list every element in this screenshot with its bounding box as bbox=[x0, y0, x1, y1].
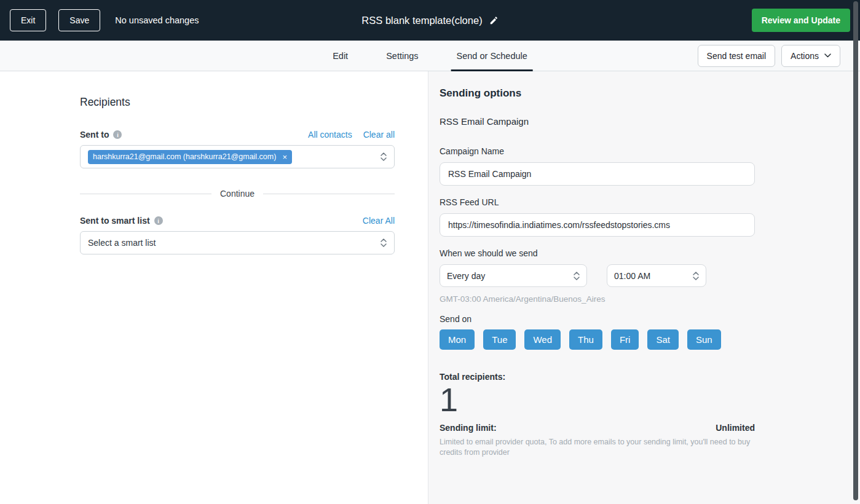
all-contacts-link[interactable]: All contacts bbox=[308, 130, 352, 140]
actions-button[interactable]: Actions bbox=[781, 45, 840, 67]
select-expand-icon bbox=[381, 238, 387, 248]
day-button-tue[interactable]: Tue bbox=[483, 329, 516, 350]
select-expand-icon bbox=[693, 271, 699, 281]
exit-button[interactable]: Exit bbox=[10, 9, 46, 31]
sent-to-label: Sent to bbox=[80, 130, 109, 140]
topbar-left-group: Exit Save No unsaved changes bbox=[10, 9, 199, 31]
review-and-update-button[interactable]: Review and Update bbox=[752, 9, 850, 32]
send-on-label: Send on bbox=[440, 314, 755, 324]
day-button-sat[interactable]: Sat bbox=[647, 329, 679, 350]
page-title-wrap: RSS blank template(clone) bbox=[361, 15, 498, 26]
page-title: RSS blank template(clone) bbox=[361, 15, 482, 26]
day-button-fri[interactable]: Fri bbox=[611, 329, 639, 350]
sending-limit-row: Sending limit: Unlimited bbox=[440, 423, 755, 433]
recipient-chip-label: harshkurra21@gmail.com (harshkurra21@gma… bbox=[93, 153, 276, 161]
select-expand-icon bbox=[381, 152, 387, 162]
smart-list-links: Clear All bbox=[363, 216, 395, 226]
smart-list-label-group: Sent to smart list i bbox=[80, 216, 163, 226]
when-send-label: When we should we send bbox=[440, 248, 755, 258]
save-button[interactable]: Save bbox=[58, 9, 100, 31]
main-content: Recipients Sent to i All contacts Clear … bbox=[0, 71, 860, 504]
tab-edit[interactable]: Edit bbox=[327, 41, 353, 71]
sending-limit-note: Limited to email provider quota, To add … bbox=[440, 437, 753, 458]
total-recipients-value: 1 bbox=[440, 382, 755, 418]
day-button-thu[interactable]: Thu bbox=[569, 329, 602, 350]
schedule-controls-row: Every day 01:00 AM bbox=[440, 264, 755, 287]
smart-list-label: Sent to smart list bbox=[80, 216, 150, 226]
send-time-value: 01:00 AM bbox=[614, 271, 650, 281]
continue-label: Continue bbox=[220, 189, 254, 199]
tab-bar: Edit Settings Send or Schedule Send test… bbox=[0, 41, 860, 71]
smart-list-row: Sent to smart list i Clear All bbox=[80, 216, 395, 226]
sending-options-inner: Sending options RSS Email Campaign Campa… bbox=[440, 87, 755, 458]
day-button-sun[interactable]: Sun bbox=[687, 329, 721, 350]
tabs-group: Edit Settings Send or Schedule bbox=[327, 41, 533, 71]
send-on-days-row: Mon Tue Wed Thu Fri Sat Sun bbox=[440, 329, 755, 350]
frequency-select[interactable]: Every day bbox=[440, 264, 587, 287]
tab-send-or-schedule[interactable]: Send or Schedule bbox=[451, 41, 533, 71]
tabbar-actions-group: Send test email Actions bbox=[698, 41, 860, 71]
send-time-select[interactable]: 01:00 AM bbox=[607, 264, 706, 287]
total-recipients-label: Total recipients: bbox=[440, 372, 755, 382]
sent-to-info-icon[interactable]: i bbox=[113, 130, 122, 139]
recipient-chip[interactable]: harshkurra21@gmail.com (harshkurra21@gma… bbox=[88, 150, 292, 164]
continue-divider: Continue bbox=[80, 189, 395, 199]
sending-options-panel: Sending options RSS Email Campaign Campa… bbox=[428, 71, 860, 504]
campaign-name-input[interactable] bbox=[440, 162, 755, 186]
sent-to-row: Sent to i All contacts Clear all bbox=[80, 130, 395, 140]
sending-limit-label: Sending limit: bbox=[440, 423, 497, 433]
tab-settings[interactable]: Settings bbox=[381, 41, 424, 71]
divider-line bbox=[80, 194, 211, 194]
smart-list-clear-all-link[interactable]: Clear All bbox=[363, 216, 395, 226]
smart-list-select[interactable]: Select a smart list bbox=[80, 231, 395, 254]
day-button-mon[interactable]: Mon bbox=[440, 329, 475, 350]
day-button-wed[interactable]: Wed bbox=[524, 329, 561, 350]
chevron-down-icon bbox=[824, 53, 831, 58]
vertical-scrollbar[interactable] bbox=[853, 1, 858, 500]
clear-all-link[interactable]: Clear all bbox=[363, 130, 395, 140]
sent-to-select[interactable]: harshkurra21@gmail.com (harshkurra21@gma… bbox=[80, 145, 395, 168]
select-expand-icon bbox=[574, 271, 580, 281]
smart-list-info-icon[interactable]: i bbox=[154, 216, 163, 225]
actions-label: Actions bbox=[791, 51, 819, 61]
sending-limit-value: Unlimited bbox=[716, 423, 755, 433]
rss-feed-url-label: RSS Feed URL bbox=[440, 197, 755, 207]
campaign-name-label: Campaign Name bbox=[440, 146, 755, 156]
sent-to-label-group: Sent to i bbox=[80, 130, 122, 140]
sending-options-heading: Sending options bbox=[440, 87, 755, 100]
smart-list-placeholder: Select a smart list bbox=[88, 238, 156, 248]
unsaved-changes-status: No unsaved changes bbox=[115, 15, 199, 25]
sent-to-links: All contacts Clear all bbox=[308, 130, 395, 140]
recipients-panel: Recipients Sent to i All contacts Clear … bbox=[0, 71, 428, 504]
frequency-value: Every day bbox=[447, 271, 485, 281]
divider-line bbox=[263, 194, 395, 194]
timezone-note: GMT-03:00 America/Argentina/Buenos_Aires bbox=[440, 294, 755, 304]
top-bar: Exit Save No unsaved changes RSS blank t… bbox=[0, 0, 860, 41]
edit-title-pencil-icon[interactable] bbox=[489, 16, 499, 25]
remove-recipient-icon[interactable]: × bbox=[282, 153, 287, 161]
rss-feed-url-input[interactable] bbox=[440, 213, 755, 237]
send-test-email-button[interactable]: Send test email bbox=[698, 45, 776, 67]
recipients-heading: Recipients bbox=[80, 96, 395, 109]
campaign-type-subheading: RSS Email Campaign bbox=[440, 116, 755, 127]
